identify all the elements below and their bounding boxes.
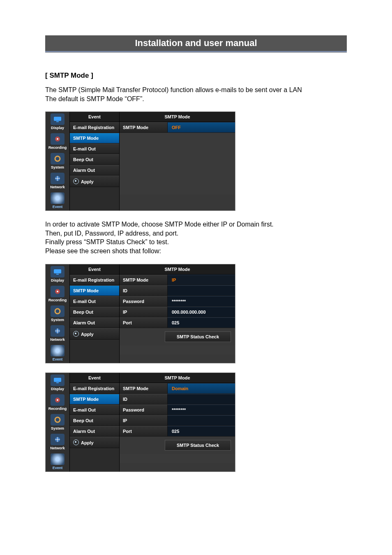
value-ip[interactable]	[168, 415, 235, 426]
rail-recording[interactable]: Recording	[46, 132, 69, 151]
left-rail: Display Recording System Network Event	[46, 112, 70, 210]
rail-event-label: Event	[53, 357, 63, 361]
system-icon	[51, 305, 65, 317]
menu-alarm-out[interactable]: Alarm Out	[70, 317, 119, 328]
system-icon	[51, 153, 65, 164]
rail-display[interactable]: Display	[46, 112, 69, 132]
rail-display[interactable]: Display	[46, 373, 69, 393]
value-smtp-mode-off[interactable]: OFF	[168, 122, 235, 132]
smtp-panel: SMTP Mode SMTP Mode OFF	[120, 112, 235, 210]
rail-system-label: System	[51, 426, 64, 430]
mid-paragraph: In order to activate SMTP Mode, choose S…	[45, 220, 347, 255]
menu-email-out[interactable]: E-mail Out	[70, 296, 119, 307]
rail-system[interactable]: System	[46, 412, 69, 432]
screenshot-smtp-ip: Display Recording System Network Event E…	[45, 264, 235, 363]
label-password: Password	[120, 405, 168, 415]
menu-apply[interactable]: Apply	[70, 328, 119, 340]
rail-network[interactable]: Network	[46, 324, 69, 343]
menu-smtp-mode[interactable]: SMTP Mode	[70, 285, 119, 296]
value-smtp-mode-ip[interactable]: IP	[168, 275, 235, 285]
event-menu: Event E-mail Registration SMTP Mode E-ma…	[70, 373, 120, 472]
value-password[interactable]: ********	[168, 296, 235, 306]
smtp-panel-header: SMTP Mode	[120, 264, 235, 275]
left-rail: Display Recording System Network Event	[46, 264, 70, 363]
menu-beep-out[interactable]: Beep Out	[70, 415, 119, 426]
display-icon	[51, 266, 65, 278]
menu-apply-label: Apply	[81, 179, 94, 184]
svg-rect-0	[54, 117, 61, 121]
smtp-status-check-button[interactable]: SMTP Status Check	[165, 440, 231, 451]
event-menu: Event E-mail Registration SMTP Mode E-ma…	[70, 264, 120, 363]
event-menu-header: Event	[70, 373, 119, 383]
apply-icon	[73, 331, 79, 337]
recording-icon	[51, 394, 65, 406]
value-id[interactable]	[168, 394, 235, 404]
menu-apply-label: Apply	[81, 440, 94, 445]
svg-rect-7	[56, 274, 59, 275]
label-id: ID	[120, 394, 168, 404]
smtp-panel-header: SMTP Mode	[120, 112, 235, 122]
label-password: Password	[120, 296, 168, 306]
rail-network-label: Network	[50, 338, 65, 342]
menu-apply[interactable]: Apply	[70, 176, 119, 187]
menu-email-registration[interactable]: E-mail Registration	[70, 122, 119, 133]
left-rail: Display Recording System Network Event	[46, 373, 70, 472]
menu-apply[interactable]: Apply	[70, 437, 119, 448]
event-icon	[51, 192, 65, 204]
rail-recording[interactable]: Recording	[46, 393, 69, 412]
label-ip: IP	[120, 307, 168, 317]
rail-network[interactable]: Network	[46, 432, 69, 452]
menu-smtp-mode[interactable]: SMTP Mode	[70, 133, 119, 143]
smtp-panel: SMTP Mode SMTP ModeDomain ID Password***…	[120, 373, 235, 472]
display-icon	[51, 113, 65, 125]
network-icon	[51, 434, 65, 445]
rail-event-label: Event	[53, 466, 63, 470]
svg-rect-6	[54, 269, 61, 273]
value-smtp-mode-domain[interactable]: Domain	[168, 383, 235, 393]
value-ip[interactable]: 000.000.000.000	[168, 307, 235, 317]
rail-event[interactable]: Event	[46, 343, 69, 363]
rail-display[interactable]: Display	[46, 264, 69, 284]
section-heading: [ SMTP Mode ]	[45, 72, 347, 80]
mid-line-2: Then, put ID, Password, IP address, and …	[45, 230, 178, 237]
rail-system-label: System	[51, 165, 64, 169]
mid-line-4: Please see the screen shots that follow:	[45, 247, 161, 254]
rail-event[interactable]: Event	[46, 191, 69, 210]
menu-smtp-mode[interactable]: SMTP Mode	[70, 394, 119, 405]
svg-rect-12	[54, 378, 61, 382]
menu-filler	[70, 340, 119, 363]
status-check-row: SMTP Status Check	[120, 437, 235, 454]
label-id: ID	[120, 285, 168, 296]
value-port[interactable]: 025	[168, 426, 235, 436]
menu-alarm-out[interactable]: Alarm Out	[70, 165, 119, 176]
menu-email-out[interactable]: E-mail Out	[70, 143, 119, 154]
value-id[interactable]	[168, 285, 235, 296]
smtp-panel: SMTP Mode SMTP ModeIP ID Password*******…	[120, 264, 235, 363]
smtp-status-check-button[interactable]: SMTP Status Check	[165, 331, 231, 342]
rail-recording-label: Recording	[48, 146, 67, 150]
svg-point-10	[55, 309, 60, 314]
menu-email-registration[interactable]: E-mail Registration	[70, 383, 119, 394]
rail-network[interactable]: Network	[46, 171, 69, 191]
menu-email-registration[interactable]: E-mail Registration	[70, 275, 119, 285]
rail-system[interactable]: System	[46, 304, 69, 324]
recording-icon	[51, 133, 65, 145]
label-port: Port	[120, 426, 168, 436]
rail-event[interactable]: Event	[46, 452, 69, 472]
menu-alarm-out[interactable]: Alarm Out	[70, 426, 119, 437]
rail-network-label: Network	[50, 185, 65, 189]
banner-rule	[45, 52, 347, 53]
rail-system[interactable]: System	[46, 151, 69, 171]
rail-recording-label: Recording	[48, 298, 67, 302]
value-password[interactable]: ********	[168, 405, 235, 415]
network-icon	[51, 325, 65, 337]
apply-icon	[73, 178, 79, 184]
screenshot-smtp-domain: Display Recording System Network Event E…	[45, 372, 235, 472]
menu-email-out[interactable]: E-mail Out	[70, 405, 119, 415]
menu-filler	[70, 448, 119, 472]
value-port[interactable]: 025	[168, 317, 235, 328]
rail-recording[interactable]: Recording	[46, 284, 69, 304]
rail-network-label: Network	[50, 446, 65, 450]
menu-beep-out[interactable]: Beep Out	[70, 154, 119, 165]
menu-beep-out[interactable]: Beep Out	[70, 307, 119, 317]
